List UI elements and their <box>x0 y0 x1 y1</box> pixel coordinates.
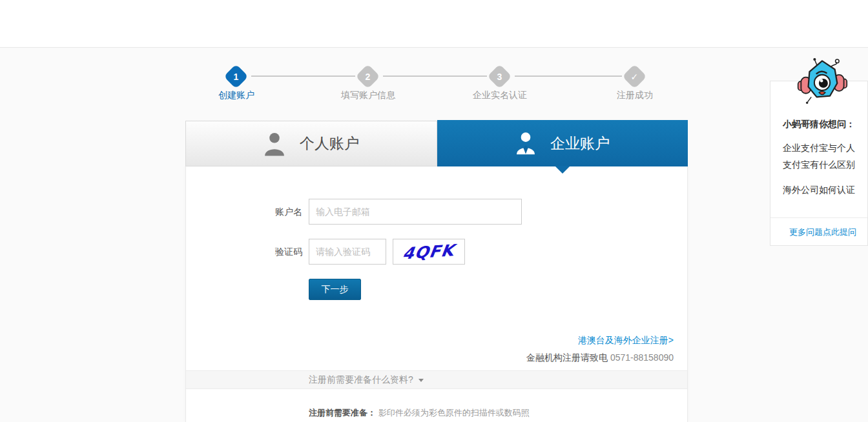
help-question-1-line-1[interactable]: 企业支付宝与个人 <box>783 143 855 154</box>
top-header <box>0 0 868 48</box>
captcha-image[interactable]: 4QFK <box>393 239 465 265</box>
accordion-question-text: 注册前需要准备什么资料? <box>309 374 413 386</box>
tab-personal-label: 个人账户 <box>300 134 359 154</box>
next-step-button[interactable]: 下一步 <box>309 279 361 300</box>
help-question-1-line-2[interactable]: 支付宝有什么区别 <box>783 159 855 171</box>
help-card-divider <box>770 217 867 218</box>
prepare-lead-text: 注册前需要准备： <box>309 408 376 417</box>
account-name-label: 账户名 <box>257 206 302 218</box>
help-question-2[interactable]: 海外公司如何认证 <box>783 185 855 196</box>
account-name-input[interactable] <box>309 199 522 225</box>
step-connector <box>251 75 355 77</box>
captcha-code-text: 4QFK <box>402 241 456 263</box>
tab-enterprise-label: 企业账户 <box>550 134 610 154</box>
prepare-instructions: 注册前需要准备： 影印件必须为彩色原件的扫描件或数码照 <box>309 407 530 419</box>
step-indicator-3: 3 <box>487 64 512 88</box>
captcha-input[interactable] <box>309 239 386 265</box>
business-person-icon <box>515 130 536 156</box>
captcha-label: 验证码 <box>257 246 302 258</box>
step-label-create-account: 创建账户 <box>191 90 282 101</box>
step-label-verify: 企业实名认证 <box>455 90 545 101</box>
person-icon <box>264 130 285 157</box>
step-connector <box>383 75 487 77</box>
step-indicator-2: 2 <box>355 64 380 88</box>
more-questions-link[interactable]: 更多问题点此提问 <box>789 226 856 238</box>
finance-register-note: 金融机构注册请致电 0571-88158090 <box>388 352 674 364</box>
accordion-question[interactable]: 注册前需要准备什么资料? <box>309 374 424 386</box>
step-number: 1 <box>234 71 239 81</box>
tab-personal-account[interactable]: 个人账户 <box>185 121 437 166</box>
tab-enterprise-account[interactable]: 企业账户 <box>437 120 688 166</box>
chevron-down-icon <box>418 379 424 382</box>
step-indicator-1: 1 <box>223 64 248 88</box>
step-indicator-4-check-icon: ✓ <box>622 64 646 88</box>
step-label-fill-info: 填写账户信息 <box>323 90 413 101</box>
active-tab-pointer <box>555 166 570 174</box>
step-number: 2 <box>366 71 371 81</box>
step-connector <box>515 75 622 77</box>
help-card-title: 小蚂哥猜你想问： <box>783 119 855 130</box>
finance-phone-number: 0571-88158090 <box>610 352 674 363</box>
step-number: 3 <box>497 71 502 81</box>
step-label-success: 注册成功 <box>590 90 680 101</box>
prepare-body-text: 影印件必须为彩色原件的扫描件或数码照 <box>378 408 530 417</box>
check-icon: ✓ <box>631 71 639 81</box>
robot-mascot-icon <box>795 55 849 110</box>
finance-note-text: 金融机构注册请致电 <box>526 352 608 363</box>
prepare-materials-accordion[interactable] <box>186 370 687 389</box>
overseas-register-link[interactable]: 港澳台及海外企业注册> <box>452 335 674 347</box>
